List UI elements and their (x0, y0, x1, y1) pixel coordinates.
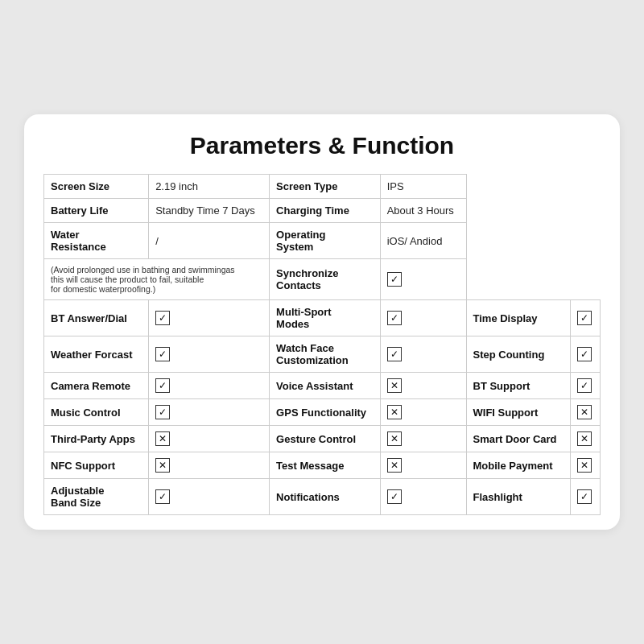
f2-label-2: Watch Face Customization (270, 336, 381, 373)
f5-checkbox-2 (387, 431, 402, 446)
feature-row-4: Music Control GPS Functionality WIFI Sup… (44, 399, 601, 426)
battery-life-value: Standby Time 7 Days (149, 199, 270, 223)
f2-label-1: Weather Forcast (44, 336, 149, 373)
water-resistance-label: Water Resistance (44, 223, 149, 259)
f2-checkbox-2 (387, 347, 402, 361)
f7-check-1 (149, 479, 270, 515)
f7-label-1: Adjustable Band Size (44, 479, 149, 515)
f1-label-3: Time Display (466, 300, 570, 336)
f6-checkbox-3 (577, 458, 592, 473)
f6-label-2: Test Message (270, 452, 381, 479)
f7-checkbox-3 (577, 489, 592, 504)
f5-label-2: Gesture Control (270, 426, 381, 452)
f3-check-2 (380, 373, 466, 399)
spec-row-1: Screen Size 2.19 inch Screen Type IPS (44, 175, 601, 199)
feature-row-2: Weather Forcast Watch Face Customization… (44, 336, 601, 373)
f1-check-3 (570, 300, 600, 336)
f3-checkbox-3 (577, 378, 592, 393)
operating-system-label: Operating System (270, 223, 381, 259)
sync-contacts-check (380, 259, 466, 300)
f5-check-3 (570, 426, 600, 452)
f6-label-1: NFC Support (44, 452, 149, 479)
card: Parameters & Function Screen Size 2.19 i… (24, 114, 620, 530)
f2-checkbox-1 (155, 347, 170, 361)
f2-label-3: Step Counting (466, 336, 570, 373)
f7-label-2: Notifications (270, 479, 381, 515)
sync-contacts-label: Synchronize Contacts (270, 259, 381, 300)
f3-check-1 (149, 373, 270, 399)
f7-label-3: Flashlight (466, 479, 570, 515)
f4-label-3: WIFI Support (466, 399, 570, 426)
water-note: (Avoid prolonged use in bathing and swim… (44, 259, 270, 300)
f4-check-2 (380, 399, 466, 426)
page-title: Parameters & Function (43, 132, 601, 159)
screen-size-value: 2.19 inch (149, 175, 270, 199)
f4-check-1 (149, 399, 270, 426)
f1-checkbox-2 (387, 311, 402, 325)
feature-row-7: Adjustable Band Size Notifications Flash… (44, 479, 601, 515)
f4-checkbox-1 (155, 405, 170, 419)
feature-row-5: Third-Party Apps Gesture Control Smart D… (44, 426, 601, 452)
battery-life-label: Battery Life (44, 199, 149, 223)
charging-time-value: About 3 Hours (380, 199, 466, 223)
params-table: Screen Size 2.19 inch Screen Type IPS Ba… (43, 174, 601, 515)
f5-checkbox-3 (577, 431, 592, 446)
f3-check-3 (570, 373, 600, 399)
f5-label-3: Smart Door Card (466, 426, 570, 452)
feature-row-3: Camera Remote Voice Assistant BT Support (44, 373, 601, 399)
f1-checkbox-3 (577, 311, 592, 325)
f5-label-1: Third-Party Apps (44, 426, 149, 452)
f7-checkbox-2 (387, 489, 402, 504)
f4-label-1: Music Control (44, 399, 149, 426)
f3-label-3: BT Support (466, 373, 570, 399)
f1-checkbox-1 (155, 311, 170, 325)
f3-checkbox-1 (155, 378, 170, 393)
feature-row-6: NFC Support Test Message Mobile Payment (44, 452, 601, 479)
f4-check-3 (570, 399, 600, 426)
spec-row-2: Battery Life Standby Time 7 Days Chargin… (44, 199, 601, 223)
f1-check-2 (380, 300, 466, 336)
screen-size-label: Screen Size (44, 175, 149, 199)
f6-check-1 (149, 452, 270, 479)
f6-check-2 (380, 452, 466, 479)
f1-check-1 (149, 300, 270, 336)
sync-contacts-checkbox (387, 272, 402, 287)
screen-type-label: Screen Type (270, 175, 381, 199)
f6-check-3 (570, 452, 600, 479)
f3-checkbox-2 (387, 378, 402, 393)
f5-checkbox-1 (155, 431, 170, 446)
f5-check-1 (149, 426, 270, 452)
f4-label-2: GPS Functionality (270, 399, 381, 426)
operating-system-value: iOS/ Andiod (380, 223, 466, 259)
f2-check-2 (380, 336, 466, 373)
f7-checkbox-1 (155, 489, 170, 504)
f2-check-1 (149, 336, 270, 373)
spec-row-4: (Avoid prolonged use in bathing and swim… (44, 259, 601, 300)
screen-type-value: IPS (380, 175, 466, 199)
f3-label-1: Camera Remote (44, 373, 149, 399)
f7-check-2 (380, 479, 466, 515)
spec-row-3: Water Resistance / Operating System iOS/… (44, 223, 601, 259)
f2-check-3 (570, 336, 600, 373)
f1-label-2: Multi-Sport Modes (270, 300, 381, 336)
feature-row-1: BT Answer/Dial Multi-Sport Modes Time Di… (44, 300, 601, 336)
f5-check-2 (380, 426, 466, 452)
f7-check-3 (570, 479, 600, 515)
charging-time-label: Charging Time (270, 199, 381, 223)
f1-label-1: BT Answer/Dial (44, 300, 149, 336)
f4-checkbox-3 (577, 405, 592, 419)
f6-checkbox-2 (387, 458, 402, 473)
f6-checkbox-1 (155, 458, 170, 473)
water-resistance-value: / (149, 223, 270, 259)
f3-label-2: Voice Assistant (270, 373, 381, 399)
f4-checkbox-2 (387, 405, 402, 419)
f6-label-3: Mobile Payment (466, 452, 570, 479)
f2-checkbox-3 (577, 347, 592, 361)
